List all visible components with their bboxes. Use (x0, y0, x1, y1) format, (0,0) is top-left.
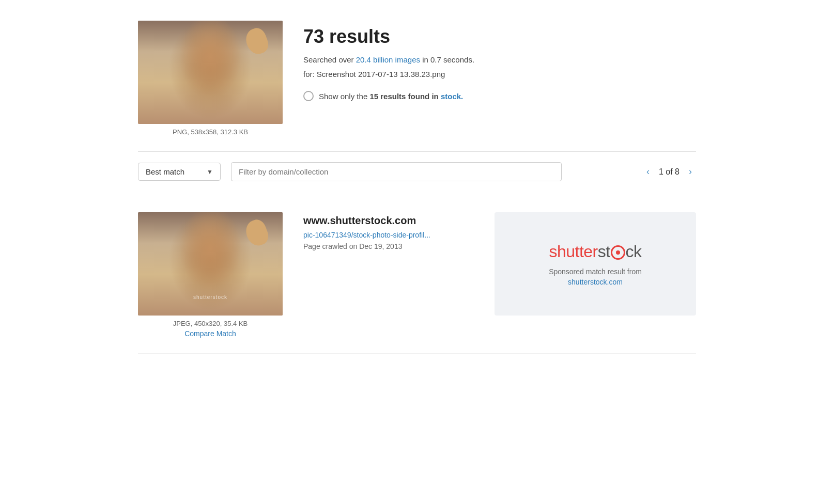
results-info: 73 results Searched over 20.4 billion im… (303, 21, 696, 101)
sponsored-text: Sponsored match result from (549, 267, 642, 276)
stock-filter-prefix: Show only the (319, 92, 369, 101)
compare-match-link[interactable]: Compare Match (184, 329, 236, 338)
shutterstock-logo: shutterstck (549, 242, 641, 261)
sort-dropdown[interactable]: Best match ▼ (138, 163, 221, 181)
page-total: 8 (675, 167, 679, 176)
query-image-info: PNG, 538x358, 312.3 KB (173, 128, 248, 136)
top-divider (138, 151, 696, 152)
results-count: 73 results (303, 26, 696, 48)
result-details: www.shutterstock.com pic-106471349/stock… (303, 212, 474, 250)
summary-suffix: in 0.7 seconds. (420, 55, 474, 64)
watermark: shutterstock (193, 294, 227, 300)
logo-shutter: shutter (549, 242, 597, 261)
page-indicator: 1 of 8 (659, 167, 679, 177)
search-summary: Searched over 20.4 billion images in 0.7… (303, 54, 696, 66)
stock-count: 15 results found in (369, 92, 441, 101)
result-image-col: shutterstock JPEG, 450x320, 35.4 KB Comp… (138, 212, 283, 338)
result-crawled: Page crawled on Dec 19, 2013 (303, 242, 474, 250)
sponsored-link[interactable]: shutterstock.com (568, 278, 623, 286)
logo-circle-icon (611, 245, 625, 260)
next-page-button[interactable]: › (685, 164, 696, 179)
pagination: ‹ 1 of 8 › (642, 164, 696, 179)
page-current: 1 (659, 167, 663, 176)
result-image-info: JPEG, 450x320, 35.4 KB (173, 320, 248, 327)
results-list: shutterstock JPEG, 450x320, 35.4 KB Comp… (138, 197, 696, 354)
stock-filter-label: Show only the 15 results found in stock. (319, 92, 463, 101)
top-section: PNG, 538x358, 312.3 KB 73 results Search… (138, 21, 696, 136)
page-of-label: of (666, 167, 675, 176)
sort-label: Best match (146, 167, 184, 176)
highlight-images: 20.4 billion images (356, 55, 420, 64)
logo-ck: ck (626, 242, 642, 261)
result-domain: www.shutterstock.com (303, 215, 474, 227)
stock-filter: Show only the 15 results found in stock. (303, 91, 696, 101)
for-label: for: Screenshot 2017-07-13 13.38.23.png (303, 68, 696, 81)
sponsored-box: shutterstck Sponsored match result from … (495, 212, 696, 316)
dropdown-arrow-icon: ▼ (207, 168, 213, 176)
result-image: shutterstock (138, 212, 283, 316)
stock-link[interactable]: stock. (441, 92, 463, 101)
controls-bar: Best match ▼ ‹ 1 of 8 › (138, 162, 696, 181)
stock-filter-radio[interactable] (303, 91, 314, 101)
page-wrapper: PNG, 538x358, 312.3 KB 73 results Search… (107, 0, 727, 374)
filter-input[interactable] (231, 162, 562, 181)
query-image (138, 21, 283, 124)
prev-page-button[interactable]: ‹ (642, 164, 654, 179)
result-item: shutterstock JPEG, 450x320, 35.4 KB Comp… (138, 197, 696, 354)
query-image-container: PNG, 538x358, 312.3 KB (138, 21, 283, 136)
logo-st: st (598, 242, 610, 261)
result-url[interactable]: pic-106471349/stock-photo-side-profil... (303, 231, 474, 239)
summary-prefix: Searched over (303, 55, 356, 64)
